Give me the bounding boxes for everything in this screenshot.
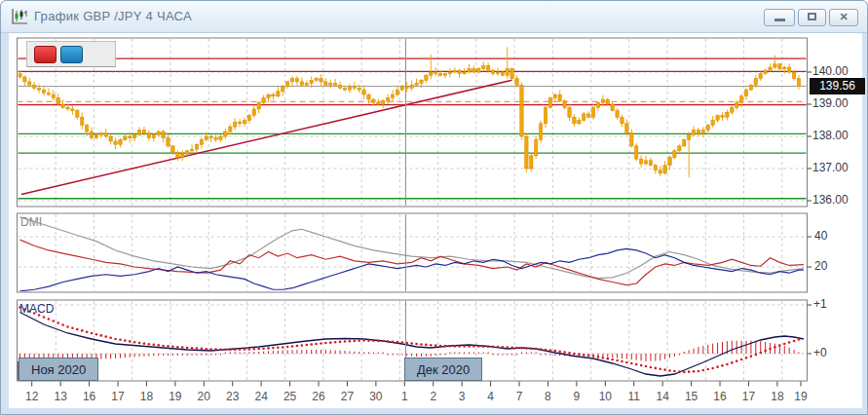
x-axis-label: 24 <box>248 390 274 403</box>
x-axis-label: 30 <box>363 390 389 403</box>
x-axis-label: 27 <box>334 390 359 403</box>
x-axis-label: 3 <box>449 390 474 403</box>
macd-panel-label: MACD <box>19 302 54 316</box>
x-axis-label: 11 <box>622 390 647 403</box>
x-axis-label: 14 <box>650 390 675 403</box>
price-axis-label: 137.00 <box>812 161 849 174</box>
chart-window: График GBP /JPY 4 ЧАСА ✕ DMI MACD Ноя 20… <box>0 0 868 415</box>
x-axis-label: 19 <box>163 390 188 403</box>
indicator-toolbar <box>26 41 116 67</box>
x-axis-label: 8 <box>535 390 560 403</box>
x-axis-label: 18 <box>133 390 159 403</box>
price-axis-label: 139.00 <box>812 96 849 110</box>
x-axis-label: 16 <box>707 390 733 403</box>
price-axis-label: 138.00 <box>812 129 849 142</box>
price-axis-label: 136.00 <box>812 193 849 207</box>
x-axis-label: 17 <box>105 390 131 403</box>
x-axis-label: 18 <box>765 390 790 403</box>
dmi-axis-label: 20 <box>814 259 827 273</box>
month-label-dec: Дек 2020 <box>404 358 482 381</box>
x-axis-label: 2 <box>421 390 446 403</box>
x-axis-label: 20 <box>191 390 216 403</box>
x-axis-label: 23 <box>220 390 245 403</box>
chart-canvas[interactable] <box>1 1 868 415</box>
x-axis-label: 13 <box>48 390 73 403</box>
x-axis-label: 26 <box>306 390 331 403</box>
x-axis-label: 10 <box>592 390 618 403</box>
dmi-panel-label: DMI <box>20 215 42 229</box>
x-axis-label: 9 <box>564 390 589 403</box>
x-axis-label: 7 <box>507 390 532 403</box>
dmi-axis-label: 40 <box>814 229 827 243</box>
x-axis-label: 16 <box>77 390 102 403</box>
macd-axis-label: +1 <box>813 297 827 311</box>
x-axis-label: 1 <box>392 390 417 403</box>
current-price-badge: 139.56 <box>810 78 865 94</box>
red-marker-button[interactable] <box>34 46 57 63</box>
x-axis-label: 4 <box>478 390 504 403</box>
x-axis-label: 19 <box>788 390 813 403</box>
x-axis-label: 17 <box>736 390 761 403</box>
month-label-nov: Ноя 2020 <box>19 358 98 381</box>
price-axis-label: 140.00 <box>812 64 849 78</box>
macd-axis-label: +0 <box>813 346 827 359</box>
x-axis-label: 12 <box>19 390 45 403</box>
blue-marker-button[interactable] <box>60 46 83 63</box>
x-axis-label: 25 <box>278 390 303 403</box>
x-axis-label: 15 <box>679 390 704 403</box>
